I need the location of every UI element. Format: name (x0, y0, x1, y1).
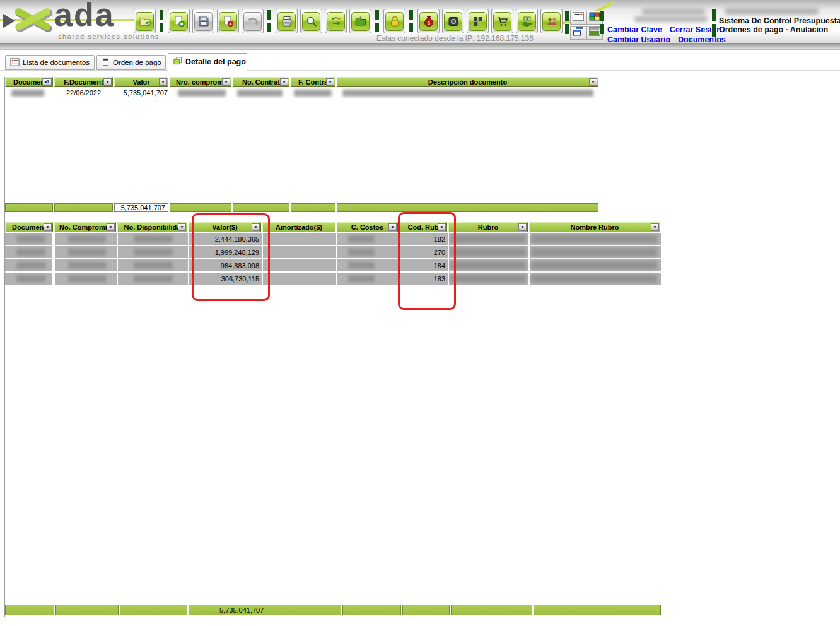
grid2-header-0[interactable]: Document▾ (5, 222, 53, 232)
filter-dropdown-button[interactable]: ▾ (388, 223, 397, 231)
apps-grid-button[interactable] (467, 9, 489, 33)
redacted-cell (450, 261, 526, 269)
grid2-cell (263, 273, 336, 285)
redacted-cell (342, 90, 593, 97)
grid1-header-2[interactable]: Valor▾ (114, 77, 168, 87)
redacted-cell (68, 275, 106, 282)
filter-dropdown-button[interactable]: ▾ (280, 78, 288, 86)
grid2-header-1[interactable]: No. Compromis▾ (54, 222, 116, 232)
tab-orden-de-pago[interactable]: Orden de pago (96, 55, 166, 70)
filter-dropdown-button[interactable]: ▾ (438, 223, 446, 231)
money-bag-button[interactable]: $ (417, 9, 440, 33)
grid2-header-label: Cod. Rub (408, 223, 439, 231)
export-button[interactable] (325, 9, 347, 33)
grid2-header-8[interactable]: Nombre Rubro▾ (529, 222, 660, 232)
redacted-cell (134, 235, 173, 242)
separator-bar (712, 9, 716, 21)
tab-label: Lista de documentos (23, 59, 90, 66)
lock-icon (385, 12, 404, 31)
redacted-cell (68, 235, 106, 242)
redacted-cell (348, 275, 375, 282)
save-button[interactable] (192, 9, 214, 33)
grid1-cell-fdocument: 22/06/2022 (54, 88, 114, 98)
filter-dropdown-button[interactable]: ▾ (103, 78, 112, 86)
grid1-header-6[interactable]: Descripción documento▾ (337, 77, 598, 87)
cambiar-clave-link[interactable]: Cambiar Clave (607, 25, 662, 34)
grid2-cell: 1,999,248,129 (189, 246, 262, 258)
grid2-row[interactable]: 2,444,180,365182 (0, 233, 840, 245)
filter-dropdown-button[interactable]: ▾ (44, 223, 52, 231)
grid2-header-7[interactable]: Rubro▾ (448, 222, 528, 232)
filter-dropdown-button[interactable]: ▾ (518, 223, 527, 231)
grid1-header-4[interactable]: No. Contrat▾ (233, 77, 289, 87)
redacted-cell (134, 275, 173, 282)
grid1-header-5[interactable]: F. Contra▾ (291, 77, 335, 87)
report-button[interactable] (570, 11, 586, 25)
sort-indicator[interactable]: ▾1 (42, 78, 52, 86)
grid2-header-3[interactable]: Valor($)▾ (189, 222, 261, 232)
filter-dropdown-button[interactable]: ▾ (222, 78, 230, 86)
grid2-header-label: No. Compromis (59, 223, 111, 231)
tab-detalle-del-pago[interactable]: Detalle del pago (168, 53, 247, 71)
redacted-company (725, 8, 819, 15)
users-button[interactable] (540, 9, 563, 33)
layers-icon (173, 56, 182, 68)
grid1-header-3[interactable]: Nro. compromi▾ (170, 77, 231, 87)
undo-icon (243, 12, 262, 31)
app-title-line2: Ordenes de pago - Anulacion (719, 25, 828, 34)
grid2-row[interactable]: 984,883,098184 (0, 259, 840, 271)
grid2-header-label: Rubro (478, 223, 498, 231)
open-folder-button[interactable] (134, 9, 156, 33)
filter-dropdown-button[interactable]: ▾ (589, 78, 597, 86)
grid2-header-2[interactable]: No. Disponibilida▾ (117, 222, 187, 232)
filter-dropdown-button[interactable]: ▾ (651, 223, 659, 231)
grid2-footer-cell (402, 605, 450, 615)
tab-lista-de-documentos[interactable]: Lista de documentos (5, 55, 95, 70)
cascade-windows-button[interactable] (570, 26, 586, 40)
window-icon-group (570, 11, 602, 40)
grid2-header-6[interactable]: Cod. Rub▾ (399, 222, 447, 232)
grid1-header-label: Nro. compromi (176, 78, 225, 86)
filter-dropdown-button[interactable]: ▾ (252, 223, 260, 231)
filter-dropdown-button[interactable]: ▾ (159, 78, 167, 86)
import-folder-button[interactable] (349, 9, 371, 33)
lock-button[interactable] (383, 9, 405, 33)
image-icon (589, 27, 600, 38)
tab-label: Detalle del pago (185, 57, 246, 66)
export-icon (327, 12, 345, 31)
grid1-header-1[interactable]: F.Document▾ (54, 77, 113, 87)
print-button[interactable] (276, 9, 298, 33)
grid2-header-4[interactable]: Amortizado($) (262, 222, 335, 232)
grid2-row[interactable]: 306,730,115183 (0, 273, 840, 285)
grid2-cell: 184 (400, 259, 448, 271)
apps-grid-icon (469, 12, 487, 31)
grid2-footer: 5,735,041,707 (0, 605, 840, 615)
brand-tagline: shared services solutions (58, 33, 160, 40)
grid2-cell: 984,883,098 (189, 259, 262, 271)
tab-label: Orden de pago (113, 59, 161, 66)
new-document-button[interactable] (168, 9, 190, 33)
filter-dropdown-button[interactable]: ▾ (107, 223, 115, 231)
redacted-cell (16, 262, 45, 269)
filter-dropdown-button[interactable]: ▾ (178, 223, 186, 231)
redacted-cell (68, 249, 106, 256)
redacted-cell (450, 275, 526, 283)
safe-button[interactable] (442, 9, 464, 33)
grid2-row[interactable]: 1,999,248,129270 (0, 246, 840, 258)
grid1-header-0[interactable]: Documen▾1 (5, 77, 53, 87)
new-document-icon (170, 12, 188, 31)
grid1-row[interactable]: 22/06/20225,735,041,707 (5, 88, 599, 98)
grid2-header-5[interactable]: C. Costos▾ (337, 222, 398, 232)
toolbar-separator (267, 9, 272, 33)
undo-button[interactable] (242, 9, 264, 33)
separator-bar (565, 24, 569, 34)
filter-dropdown-button[interactable]: ▾ (326, 78, 334, 86)
delete-document-button[interactable] (217, 9, 239, 33)
grid2-header-label: C. Costos (351, 223, 383, 231)
grid1-header-label: No. Contrat (242, 78, 280, 86)
shopping-cart-button[interactable] (491, 9, 513, 33)
form-icon (102, 57, 110, 68)
money-hand-button[interactable] (516, 9, 538, 33)
users-icon (542, 12, 561, 31)
search-button[interactable] (300, 9, 322, 33)
